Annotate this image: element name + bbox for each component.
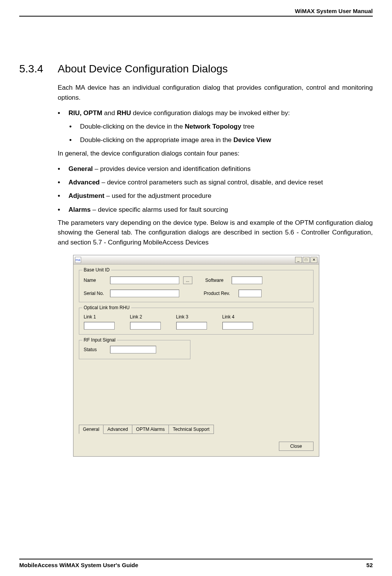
close-button[interactable]: Close [279, 442, 314, 451]
dialog-titlebar[interactable]: ma _ □ ✕ [73, 255, 319, 265]
footer-page-number: 52 [366, 562, 373, 568]
bold-device-view: Device View [234, 136, 271, 144]
section-heading: 5.3.4 About Device Configuration Dialogs [19, 63, 373, 75]
bullet-dblclick-tree: Double-clicking on the device in the Net… [69, 121, 373, 132]
label-name: Name [84, 278, 106, 283]
prodrev-field[interactable] [239, 290, 262, 297]
text-rest: device configuration dialogs may be invo… [131, 109, 290, 117]
footer-left: MobileAccess WiMAX System User's Guide [19, 562, 138, 568]
bold-adjustment: Adjustment [68, 192, 105, 199]
link1-col: Link 1 [84, 314, 115, 330]
page-header: WiMAX System User Manual [19, 8, 373, 17]
dialog-footer: Close [73, 438, 319, 456]
dialog-body: Base Unit ID Name ... Software Serial No… [73, 265, 319, 438]
label-link1: Link 1 [84, 314, 115, 320]
text-pre: Double-clicking on the device in the [80, 123, 185, 130]
text-post: tree [241, 123, 254, 130]
status-field[interactable] [110, 346, 156, 353]
bold-network-topology: Network Topology [185, 123, 241, 130]
bold-advanced: Advanced [68, 179, 100, 186]
software-field[interactable] [232, 276, 262, 284]
nested-bullet-list: Double-clicking on the device in the Net… [69, 121, 373, 145]
groupbox-title-optical: Optical Link from RHU [82, 305, 131, 310]
intro-paragraph: Each MA device has an individual configu… [58, 83, 373, 102]
link2-col: Link 2 [130, 314, 161, 330]
bold-riu-optm: RIU, OPTM [68, 109, 102, 117]
section-number: 5.3.4 [19, 63, 58, 75]
link3-col: Link 3 [176, 314, 207, 330]
screenshot-container: ma _ □ ✕ Base Unit ID Name ... Software [19, 255, 373, 457]
bullet-devices: RIU, OPTM and RHU device configuration d… [58, 108, 373, 118]
label-link3: Link 3 [176, 314, 207, 320]
minimize-button[interactable]: _ [295, 257, 302, 263]
text-alarms: – device specific alarms used for fault … [91, 206, 228, 213]
tab-advanced[interactable]: Advanced [103, 425, 132, 434]
bold-rhu: RHU [117, 109, 131, 117]
header-title: WiMAX System User Manual [295, 8, 373, 14]
dialog-app-icon: ma [75, 257, 81, 263]
tab-strip: General Advanced OPTM Alarms Technical S… [79, 425, 314, 434]
text-pre2: Double-clicking on the appropriate image… [80, 136, 234, 144]
label-software: Software [205, 278, 228, 283]
tab-technical-support[interactable]: Technical Support [168, 425, 214, 434]
bullet-dblclick-image: Double-clicking on the appropriate image… [69, 135, 373, 145]
text-general: – provides device version and identifica… [93, 165, 250, 172]
link3-field[interactable] [176, 322, 207, 330]
config-dialog: ma _ □ ✕ Base Unit ID Name ... Software [73, 255, 319, 457]
tab-optm-alarms[interactable]: OPTM Alarms [132, 425, 169, 434]
text-and: and [102, 109, 117, 117]
label-serial: Serial No. [84, 291, 106, 296]
link1-field[interactable] [84, 322, 115, 330]
panes-list: General – provides device version and id… [58, 164, 373, 215]
main-bullet-list: RIU, OPTM and RHU device configuration d… [58, 108, 373, 118]
pane-adjustment: Adjustment – used for the adjustment pro… [58, 191, 373, 201]
row-name: Name ... Software [84, 276, 309, 284]
link2-field[interactable] [130, 322, 161, 330]
name-field[interactable] [110, 276, 179, 284]
pane-general: General – provides device version and id… [58, 164, 373, 174]
groupbox-title-rf: RF Input Signal [82, 337, 117, 343]
row-serial: Serial No. Product Rev. [84, 290, 309, 297]
browse-button[interactable]: ... [183, 276, 192, 284]
pane-alarms: Alarms – device specific alarms used for… [58, 204, 373, 215]
maximize-button[interactable]: □ [303, 257, 310, 263]
groupbox-title-base: Base Unit ID [82, 267, 111, 273]
pane-advanced: Advanced – device control parameters suc… [58, 177, 373, 188]
panes-intro: In general, the device configuration dia… [58, 149, 373, 159]
bold-general: General [68, 165, 93, 172]
tab-general[interactable]: General [79, 425, 104, 434]
bold-alarms: Alarms [68, 206, 91, 213]
text-adjustment: – used for the adjustment procedure [105, 192, 212, 199]
text-advanced: – device control parameters such as sign… [100, 179, 323, 186]
closing-paragraph: The parameters vary depending on the dev… [58, 218, 373, 248]
label-link2: Link 2 [130, 314, 161, 320]
link-row: Link 1 Link 2 Link 3 Link 4 [84, 314, 309, 330]
groupbox-optical-link: Optical Link from RHU Link 1 Link 2 Link… [79, 308, 314, 335]
serial-field[interactable] [110, 290, 179, 297]
label-prodrev: Product Rev. [204, 291, 235, 296]
groupbox-base-unit-id: Base Unit ID Name ... Software Serial No… [79, 270, 314, 302]
row-status: Status [84, 346, 185, 353]
section-title: About Device Configuration Dialogs [58, 63, 228, 75]
label-status: Status [84, 347, 106, 352]
label-link4: Link 4 [222, 314, 253, 320]
groupbox-rf-input: RF Input Signal Status [79, 340, 190, 359]
link4-field[interactable] [222, 322, 253, 330]
link4-col: Link 4 [222, 314, 253, 330]
page-footer: MobileAccess WiMAX System User's Guide 5… [19, 559, 373, 568]
window-controls: _ □ ✕ [295, 257, 317, 263]
close-window-button[interactable]: ✕ [310, 257, 317, 263]
